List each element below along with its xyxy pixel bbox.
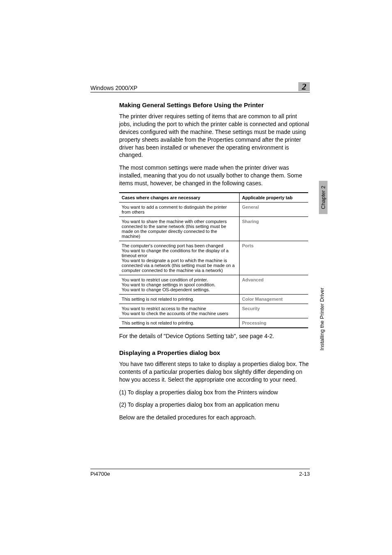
- after-table-note: For the details of "Device Options Setti…: [119, 332, 310, 340]
- table-cell-right: Sharing: [240, 217, 309, 241]
- table-head-right: Applicable property tab: [240, 193, 309, 203]
- table-row: This setting is not related to printing.…: [119, 295, 308, 304]
- table-cell-left: You want to share the machine with other…: [119, 217, 240, 241]
- table-cell-left: You want to restrict access to the machi…: [119, 304, 240, 318]
- table-head-left: Cases where changes are necessary: [119, 193, 240, 203]
- section2-p2: Below are the detailed procedures for ea…: [119, 414, 310, 421]
- table-cell-left: You want to restrict use condition of pr…: [119, 275, 240, 295]
- table-row: This setting is not related to printing.…: [119, 318, 308, 328]
- table-row: You want to share the machine with other…: [119, 217, 308, 241]
- table-cell-left: This setting is not related to printing.: [119, 295, 240, 304]
- chapter-number-box: 2: [298, 82, 310, 91]
- table-cell-right: Security: [240, 304, 309, 318]
- section1-p1: The printer driver requires setting of i…: [119, 113, 310, 159]
- table-row: You want to add a comment to distinguish…: [119, 203, 308, 217]
- section1-p2: The most common settings were made when …: [119, 164, 310, 187]
- side-driver-label: Installing the Printer Driver: [319, 288, 325, 350]
- table-cell-left: This setting is not related to printing.: [119, 318, 240, 328]
- section1-title: Making General Settings Before Using the…: [119, 101, 310, 108]
- table-cell-left: The computer's connecting port has been …: [119, 241, 240, 275]
- table-row: You want to restrict use condition of pr…: [119, 275, 308, 295]
- footer-left: Pi4700e: [90, 471, 110, 477]
- section2-title: Displaying a Properties dialog box: [119, 349, 310, 356]
- side-chapter-label: Chapter 2: [319, 181, 327, 214]
- section2-l2: (2) To display a properties dialog box f…: [119, 401, 310, 409]
- table-row: You want to restrict access to the machi…: [119, 304, 308, 318]
- table-cell-right: Ports: [240, 241, 309, 275]
- header-left: Windows 2000/XP: [90, 85, 137, 91]
- property-table: Cases where changes are necessary Applic…: [119, 192, 308, 328]
- footer-right: 2-13: [299, 471, 310, 477]
- section2-p1: You have two different steps to take to …: [119, 360, 310, 384]
- section2-l1: (1) To display a properties dialog box f…: [119, 389, 310, 396]
- table-cell-left: You want to add a comment to distinguish…: [119, 203, 240, 217]
- header-rule: [90, 92, 310, 92]
- table-row: The computer's connecting port has been …: [119, 241, 308, 275]
- table-cell-right: General: [240, 203, 309, 217]
- table-cell-right: Advanced: [240, 275, 309, 295]
- table-cell-right: Color Management: [240, 295, 309, 304]
- table-cell-right: Processing: [240, 318, 309, 328]
